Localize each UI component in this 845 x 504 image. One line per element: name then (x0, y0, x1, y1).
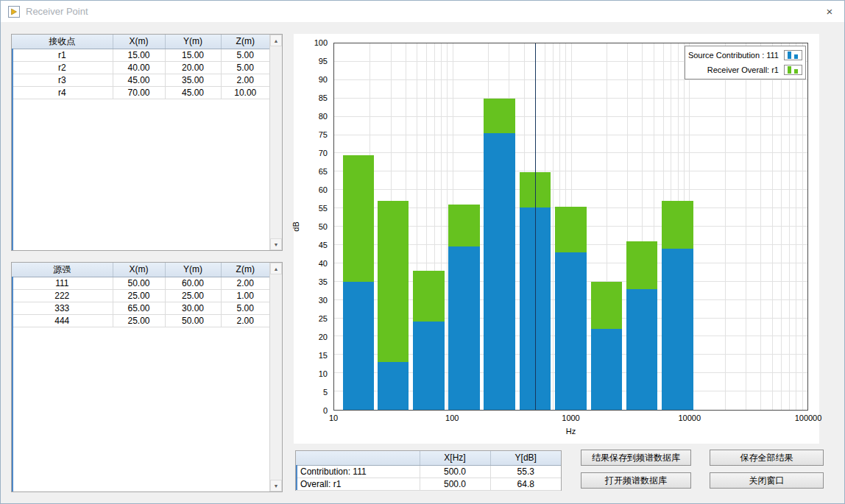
table-cell[interactable]: 45.00 (165, 86, 221, 99)
y-tick-label: 30 (319, 296, 328, 305)
table-cell[interactable]: 30.00 (165, 302, 221, 314)
table-cell[interactable]: 25.00 (113, 289, 165, 302)
y-tick-label: 95 (319, 57, 328, 65)
bar-segment-contribution (555, 252, 586, 410)
bar-segment-overall (413, 271, 444, 322)
table-row: 11150.0060.002.00 (12, 277, 269, 289)
table-row: r470.0045.0010.00 (12, 86, 269, 99)
table-cell[interactable]: 45.00 (113, 74, 165, 86)
table-cell[interactable]: 35.00 (165, 74, 221, 86)
legend-row-overall[interactable]: Receiver Overall: r1 (688, 63, 802, 77)
table-cell[interactable]: r1 (12, 49, 113, 61)
gridline (796, 43, 796, 410)
table-cell[interactable]: 500.0 (420, 478, 490, 490)
y-tick-label: 90 (319, 75, 328, 84)
table-cell[interactable]: 65.00 (113, 302, 165, 314)
gridline (772, 43, 773, 410)
table-cell[interactable]: 70.00 (113, 86, 165, 99)
table-cell[interactable]: 2.00 (221, 277, 269, 289)
table-cell[interactable]: 500.0 (420, 465, 490, 478)
source-table-scrollbar[interactable]: ▲ ▼ (269, 263, 282, 491)
table-cell[interactable]: 50.00 (165, 314, 221, 327)
column-header: Y(m) (165, 263, 221, 277)
legend-plot-icon-contribution[interactable] (784, 50, 802, 60)
column-header: 接收点 (12, 35, 113, 49)
chart-legend: Source Contribution : 111 Receiver Overa… (685, 46, 806, 79)
table-cell[interactable]: 1.00 (221, 289, 269, 302)
down-arrow-icon: ▼ (274, 242, 279, 247)
x-tick-label: 10000 (678, 414, 701, 422)
table-cell[interactable]: r4 (12, 86, 113, 99)
legend-plot-icon-overall[interactable] (784, 65, 802, 75)
gridline (746, 43, 746, 410)
table-row: r240.0020.005.00 (12, 61, 269, 74)
y-tick-label: 70 (319, 149, 328, 157)
table-cell[interactable]: Contribution: 111 (296, 465, 420, 478)
table-cell[interactable]: 55.3 (490, 465, 561, 478)
column-header: Z(m) (221, 263, 269, 277)
bar-segment-overall (448, 205, 479, 246)
table-cell[interactable]: 444 (12, 314, 113, 327)
table-cell[interactable]: 15.00 (165, 49, 221, 61)
save-all-results-button[interactable]: 保存全部结果 (710, 450, 824, 466)
table-cell[interactable]: 2.00 (221, 74, 269, 86)
y-tick-label: 80 (319, 112, 328, 121)
close-window-button[interactable]: 关闭窗口 (710, 472, 824, 489)
scroll-up-button[interactable]: ▲ (270, 35, 282, 46)
scroll-down-button[interactable]: ▼ (270, 480, 282, 491)
table-cell[interactable]: 25.00 (165, 289, 221, 302)
x-axis-title: Hz (333, 427, 808, 436)
table-cell[interactable]: r2 (12, 61, 113, 74)
table-cell[interactable]: 50.00 (113, 277, 165, 289)
table-cell[interactable]: 25.00 (113, 314, 165, 327)
column-header (296, 451, 420, 465)
table-cell[interactable]: 5.00 (221, 61, 269, 74)
y-tick-label: 10 (319, 369, 328, 378)
selection-accent (12, 277, 13, 491)
save-results-to-spectrum-db-button[interactable]: 结果保存到频谱数据库 (581, 450, 691, 466)
gridline (802, 43, 803, 410)
table-cell[interactable]: 2.00 (221, 314, 269, 327)
legend-row-contribution[interactable]: Source Contribution : 111 (688, 48, 802, 63)
bar-segment-contribution (413, 322, 444, 410)
down-arrow-icon: ▼ (274, 483, 279, 489)
y-tick-label: 35 (319, 277, 328, 286)
table-cell[interactable]: 60.00 (165, 277, 221, 289)
cursor-readout-panel: X[Hz]Y[dB]Contribution: 111500.055.3Over… (295, 450, 562, 491)
table-row: 44425.0050.002.00 (12, 314, 269, 327)
table-cell[interactable]: 40.00 (113, 61, 165, 74)
table-cell[interactable]: 10.00 (221, 86, 269, 99)
table-row: Contribution: 111500.055.3 (296, 465, 561, 478)
table-cell[interactable]: 20.00 (165, 61, 221, 74)
plot-area[interactable]: Source Contribution : 111 Receiver Overa… (333, 43, 808, 411)
open-spectrum-db-button[interactable]: 打开频谱数据库 (581, 472, 691, 489)
bar-segment-contribution (484, 133, 515, 410)
y-tick-label: 0 (323, 406, 328, 415)
bar-segment-overall (378, 201, 409, 362)
table-row: r345.0035.002.00 (12, 74, 269, 86)
bar-segment-overall (626, 241, 657, 289)
scroll-down-button[interactable]: ▼ (270, 238, 282, 250)
gridline (553, 43, 554, 410)
x-tick-label: 1000 (562, 414, 579, 422)
table-cell[interactable]: 222 (12, 289, 113, 302)
table-cell[interactable]: 5.00 (221, 49, 269, 61)
column-header: Y(m) (165, 35, 221, 49)
y-tick-label: 60 (319, 185, 328, 194)
table-cell[interactable]: Overall: r1 (296, 478, 420, 490)
table-cell[interactable]: 333 (12, 302, 113, 314)
chart-cursor-line[interactable] (535, 43, 536, 410)
scroll-up-button[interactable]: ▲ (270, 263, 282, 274)
data-table: 源强X(m)Y(m)Z(m)11150.0060.002.0022225.002… (12, 263, 269, 327)
table-cell[interactable]: 15.00 (113, 49, 165, 61)
table-cell[interactable]: 5.00 (221, 302, 269, 314)
close-icon[interactable]: × (821, 4, 838, 20)
gridline (781, 43, 782, 410)
table-cell[interactable]: 64.8 (490, 478, 561, 490)
receiver-table-scrollbar[interactable]: ▲ ▼ (269, 35, 282, 250)
x-tick-label: 100000 (795, 414, 822, 422)
selection-accent (296, 465, 297, 490)
table-cell[interactable]: 111 (12, 277, 113, 289)
y-axis-ticks: 0510152025303540455055606570758085909510… (294, 43, 330, 411)
table-cell[interactable]: r3 (12, 74, 113, 86)
